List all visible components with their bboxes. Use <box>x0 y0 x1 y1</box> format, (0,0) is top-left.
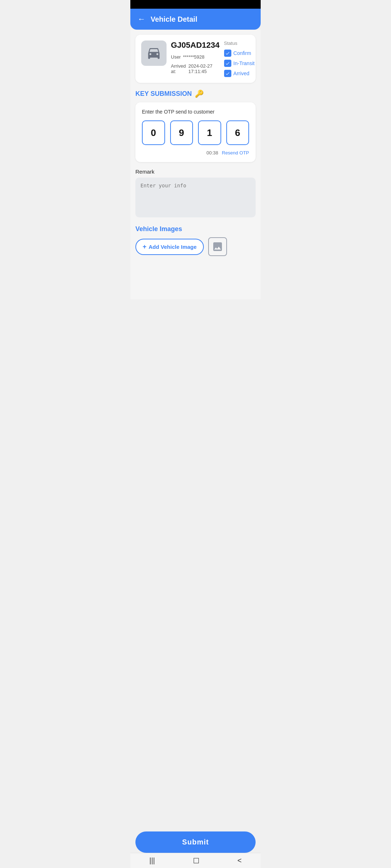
confirm-checkbox <box>224 50 231 57</box>
status-arrived: Arrived <box>224 70 249 77</box>
image-row: + Add Vehicle Image <box>135 237 256 256</box>
confirm-label: Confirm <box>234 50 251 56</box>
otp-label: Enter the OTP send to customer <box>142 109 249 115</box>
vehicle-arrived-row: Arrived at: 2024-02-27 17:11:45 <box>171 63 220 74</box>
add-vehicle-image-button[interactable]: + Add Vehicle Image <box>135 239 204 255</box>
back-button[interactable]: ← <box>138 14 146 24</box>
in-transit-checkbox <box>224 60 231 67</box>
header: ← Vehicle Detail <box>130 9 261 30</box>
vehicle-images-title: Vehicle Images <box>135 225 256 233</box>
remark-input[interactable] <box>135 178 256 217</box>
status-bar <box>130 0 261 9</box>
resend-otp-button[interactable]: Resend OTP <box>222 150 249 156</box>
remark-label: Remark <box>135 169 256 175</box>
arrived-time: 2024-02-27 17:11:45 <box>188 63 219 74</box>
vehicle-card: GJ05AD1234 User ******5928 Arrived at: 2… <box>135 35 256 83</box>
status-in-transit: In-Transit <box>224 60 255 67</box>
otp-timer: 00:38 <box>206 150 218 156</box>
vehicle-user-row: User ******5928 <box>171 54 220 60</box>
otp-digit-4[interactable]: 6 <box>226 120 249 145</box>
plus-icon: + <box>143 243 147 251</box>
user-label: User <box>171 54 181 60</box>
car-icon <box>146 46 161 61</box>
key-icon: 🔑 <box>195 89 204 98</box>
image-placeholder <box>208 237 227 256</box>
main-content: GJ05AD1234 User ******5928 Arrived at: 2… <box>130 30 261 299</box>
add-image-label: Add Vehicle Image <box>149 244 197 250</box>
arrived-label: Arrived at: <box>171 63 186 74</box>
otp-digit-2[interactable]: 9 <box>170 120 193 145</box>
in-transit-label: In-Transit <box>234 60 255 66</box>
image-placeholder-icon <box>212 241 223 252</box>
status-title: Status <box>224 41 237 46</box>
key-submission-text: KEY SUBMISSION <box>135 90 192 98</box>
vehicle-info-left: GJ05AD1234 User ******5928 Arrived at: 2… <box>171 41 220 77</box>
otp-card: Enter the OTP send to customer 0 9 1 6 0… <box>135 102 256 162</box>
key-submission-title: KEY SUBMISSION 🔑 <box>135 89 256 98</box>
page-title: Vehicle Detail <box>151 15 197 24</box>
arrived-checkbox <box>224 70 231 77</box>
arrived-label-status: Arrived <box>234 71 249 76</box>
vehicle-icon <box>141 41 167 66</box>
vehicle-plate: GJ05AD1234 <box>171 41 220 50</box>
vehicle-status: Status Confirm In-Transit Arrived <box>224 41 260 77</box>
status-confirm: Confirm <box>224 50 251 57</box>
otp-inputs: 0 9 1 6 <box>142 120 249 145</box>
user-id: ******5928 <box>183 54 204 60</box>
otp-footer: 00:38 Resend OTP <box>142 150 249 156</box>
otp-digit-3[interactable]: 1 <box>198 120 221 145</box>
otp-digit-1[interactable]: 0 <box>142 120 165 145</box>
